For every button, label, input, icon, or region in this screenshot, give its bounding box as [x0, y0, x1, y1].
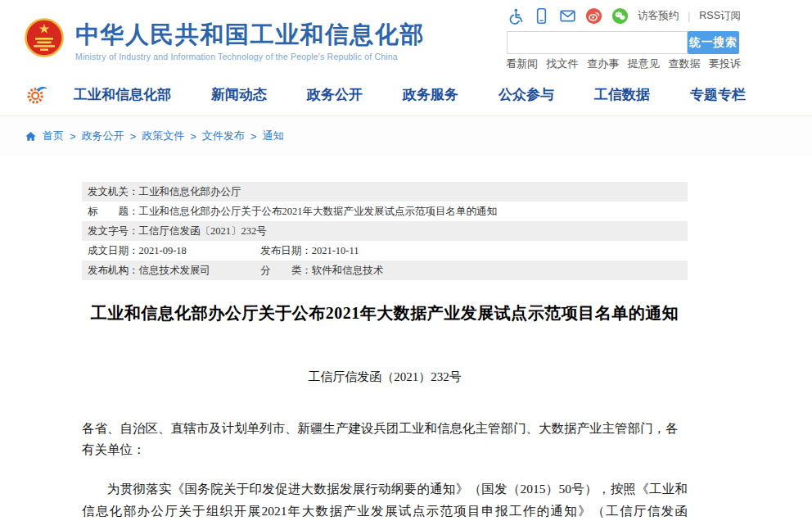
document-title: 工业和信息化部办公厅关于公布2021年大数据产业发展试点示范项目名单的通知 — [82, 302, 688, 324]
site-title: 中华人民共和国工业和信息化部 — [75, 22, 425, 48]
breadcrumb-separator: > — [250, 130, 257, 143]
meta-value: 2021-10-11 — [312, 245, 359, 256]
home-icon[interactable] — [25, 130, 37, 143]
meta-label: 发文字号： — [88, 225, 139, 237]
search-button[interactable]: 统一搜索 — [688, 31, 739, 54]
page: 中华人民共和国工业和信息化部 Ministry of Industry and … — [0, 0, 812, 521]
nav-item-gov-affairs[interactable]: 政务公开 — [307, 85, 363, 104]
meta-label: 分 类： — [260, 265, 312, 276]
quick-link-news[interactable]: 看新闻 — [506, 57, 538, 71]
document-paragraph: 为贯彻落实《国务院关于印发促进大数据发展行动纲要的通知》（国发（2015）50号… — [82, 478, 688, 521]
document-number: 工信厅信发函（2021）232号 — [82, 369, 688, 385]
nav-item-special-topics[interactable]: 专题专栏 — [690, 85, 746, 104]
nav-items: 工业和信息化部 新闻动态 政务公开 政务服务 公众参与 工信数据 专题专栏 — [74, 72, 746, 116]
document-area: 发文机关：工业和信息化部办公厅 标 题：工业和信息化部办公厅关于公布2021年大… — [82, 182, 688, 521]
meta-row-issuing-agency: 发文机关：工业和信息化部办公厅 — [82, 182, 688, 202]
meta-label: 发布机构： — [88, 265, 139, 276]
meta-label: 发文机关： — [88, 186, 139, 197]
breadcrumb-doc-release[interactable]: 文件发布 — [202, 129, 245, 143]
meta-value: 软件和信息技术 — [312, 265, 384, 276]
nav-item-public-participation[interactable]: 公众参与 — [498, 85, 554, 104]
meta-label: 标 题： — [88, 206, 139, 217]
quick-links-row: 看新闻 找文件 查办事 提意见 查数据 要投诉 — [506, 57, 741, 71]
main-nav: 工业和信息化部 新闻动态 政务公开 政务服务 公众参与 工信数据 专题专栏 — [0, 72, 812, 116]
meta-value: 2021-09-18 — [139, 245, 187, 256]
meta-row-title: 标 题：工业和信息化部办公厅关于公布2021年大数据产业发展试点示范项目名单的通… — [82, 202, 688, 221]
nav-item-gov-services[interactable]: 政务服务 — [403, 85, 458, 104]
meta-row-doc-number: 发文字号：工信厅信发函〔2021〕232号 — [82, 221, 688, 241]
nav-item-news[interactable]: 新闻动态 — [211, 85, 267, 104]
quick-link-data[interactable]: 查数据 — [668, 57, 700, 71]
meta-label: 成文日期： — [88, 245, 139, 256]
meta-row-dates: 成文日期：2021-09-18 发布日期：2021-10-11 — [82, 241, 688, 260]
header-divider: | — [688, 11, 690, 22]
site-header: 中华人民共和国工业和信息化部 Ministry of Industry and … — [0, 0, 812, 72]
breadcrumb-separator: > — [70, 130, 76, 143]
header-utility-row: 访客预约 | RSS订阅 — [507, 7, 741, 25]
mobile-icon[interactable] — [533, 7, 550, 25]
breadcrumb: 首页 > 政务公开 > 政策文件 > 文件发布 > 通知 — [0, 116, 812, 156]
meta-value: 工信厅信发函〔2021〕232号 — [139, 225, 267, 237]
nav-item-miit-data[interactable]: 工信数据 — [594, 85, 650, 104]
national-emblem-icon — [25, 18, 64, 57]
accessibility-icon[interactable] — [507, 7, 524, 25]
meta-value: 工业和信息化部办公厅 — [139, 186, 241, 197]
quick-link-complaints[interactable]: 要投诉 — [709, 57, 741, 71]
meta-value: 信息技术发展司 — [139, 265, 211, 276]
meta-label: 发布日期： — [260, 245, 312, 256]
mail-icon[interactable] — [559, 7, 576, 25]
site-subtitle: Ministry of Industry and Information Tec… — [75, 52, 425, 61]
meta-value: 工业和信息化部办公厅关于公布2021年大数据产业发展试点示范项目名单的通知 — [139, 206, 498, 217]
meta-row-publisher-category: 发布机构：信息技术发展司 分 类：软件和信息技术 — [82, 260, 688, 280]
nav-item-miit[interactable]: 工业和信息化部 — [74, 85, 171, 104]
wechat-icon[interactable] — [611, 7, 629, 25]
rss-subscribe-link[interactable]: RSS订阅 — [699, 9, 741, 23]
breadcrumb-separator: > — [130, 130, 137, 143]
quick-link-services[interactable]: 查办事 — [587, 57, 619, 71]
breadcrumb-policy-docs[interactable]: 政策文件 — [142, 129, 184, 143]
visitor-appointment-link[interactable]: 访客预约 — [638, 9, 679, 23]
search-input[interactable] — [507, 31, 688, 54]
document-salutation: 各省、自治区、直辖市及计划单列市、新疆生产建设兵团工业和信息化主管部门、大数据产… — [82, 418, 688, 460]
breadcrumb-home[interactable]: 首页 — [43, 129, 64, 143]
quick-link-suggestions[interactable]: 提意见 — [628, 57, 660, 71]
weibo-icon[interactable] — [585, 7, 602, 25]
search-bar: 统一搜索 — [507, 31, 739, 54]
breadcrumb-gov-affairs[interactable]: 政务公开 — [82, 129, 124, 143]
quick-link-documents[interactable]: 找文件 — [547, 57, 579, 71]
breadcrumb-notice[interactable]: 通知 — [262, 129, 283, 143]
miit-logo-icon[interactable] — [23, 79, 52, 109]
breadcrumb-separator: > — [190, 130, 196, 143]
site-brand: 中华人民共和国工业和信息化部 Ministry of Industry and … — [75, 22, 425, 61]
